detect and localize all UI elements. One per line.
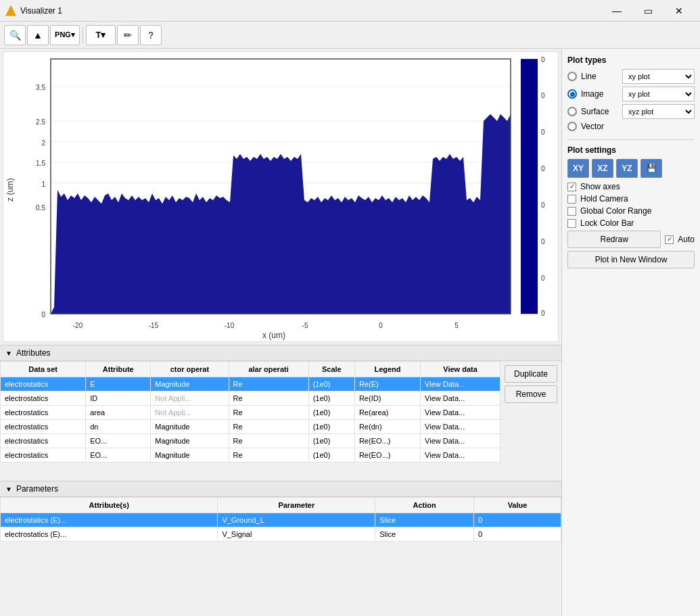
divider1: [567, 139, 695, 140]
lock-color-bar-checkbox[interactable]: [567, 219, 576, 228]
col-alar: alar operati: [229, 362, 308, 377]
col-scale: Scale: [308, 362, 354, 377]
table-row[interactable]: electrostaticsEO...MagnitudeRe(1e0)Re(EO…: [1, 448, 500, 463]
image-label: Image: [581, 89, 618, 99]
svg-text:0: 0: [41, 311, 45, 318]
svg-text:3.5: 3.5: [36, 84, 45, 91]
attributes-content: Data set Attribute ctor operat alar oper…: [0, 361, 561, 481]
table-row[interactable]: electrostaticsdnMagnitudeRe(1e0)Re(dn)Vi…: [1, 420, 500, 434]
attributes-arrow: ▼: [5, 350, 12, 357]
app-icon: [5, 5, 16, 16]
lock-color-bar-row: Lock Color Bar: [567, 218, 695, 228]
svg-text:0: 0: [541, 165, 545, 172]
table-row[interactable]: electrostatics (E)...V_SignalSlice0: [1, 527, 561, 542]
table-row[interactable]: electrostaticsEO...MagnitudeRe(1e0)Re(EO…: [1, 434, 500, 448]
surface-select[interactable]: xyz plot: [622, 104, 695, 119]
svg-text:z (um): z (um): [5, 178, 15, 202]
toolbar-separator: [83, 27, 83, 43]
param-col-value: Value: [474, 498, 561, 513]
xy-axis-button[interactable]: XY: [567, 159, 589, 178]
svg-text:0: 0: [541, 238, 545, 245]
attributes-header[interactable]: ▼ Attributes: [0, 345, 561, 361]
close-button[interactable]: ✕: [663, 0, 695, 22]
col-ctor: ctor operat: [151, 362, 229, 377]
titlebar: Visualizer 1 — ▭ ✕: [0, 0, 700, 22]
parameters-title: Parameters: [16, 484, 58, 494]
svg-text:0: 0: [541, 202, 545, 209]
line-label: Line: [581, 72, 618, 81]
attributes-table-scroll[interactable]: Data set Attribute ctor operat alar oper…: [0, 361, 500, 481]
remove-button[interactable]: Remove: [505, 385, 557, 403]
show-axes-row: Show axes: [567, 182, 695, 191]
lock-color-bar-label: Lock Color Bar: [580, 218, 634, 228]
attributes-title: Attributes: [16, 348, 51, 358]
maximize-button[interactable]: ▭: [632, 0, 663, 22]
hold-camera-row: Hold Camera: [567, 194, 695, 204]
auto-label: Auto: [678, 235, 695, 244]
params-table-scroll[interactable]: Attribute(s) Parameter Action Value elec…: [0, 497, 561, 616]
svg-text:1.5: 1.5: [36, 160, 45, 167]
text-button[interactable]: T▾: [86, 25, 116, 45]
table-row[interactable]: electrostaticsEMagnitudeRe(1e0)Re(E)View…: [1, 377, 500, 392]
svg-text:x (um): x (um): [262, 331, 285, 340]
svg-text:0.5: 0.5: [36, 204, 45, 212]
auto-checkbox[interactable]: [665, 235, 674, 244]
attributes-table: Data set Attribute ctor operat alar oper…: [0, 361, 500, 463]
global-color-range-row: Global Color Range: [567, 206, 695, 216]
plot-settings-section: Plot settings XY XZ YZ 💾 Show axes Hold …: [567, 145, 695, 268]
parameters-arrow: ▼: [5, 485, 12, 493]
global-color-range-checkbox[interactable]: [567, 207, 576, 216]
svg-text:0: 0: [541, 92, 545, 99]
main-layout: z (um) 3.5 2.5 2 1.5 1 0.5 0 -20 -15: [0, 49, 700, 616]
table-row[interactable]: electrostaticsareaNot Appli...Re(1e0)Re(…: [1, 406, 500, 420]
image-select[interactable]: xy plot: [622, 87, 695, 101]
attributes-table-container: Data set Attribute ctor operat alar oper…: [0, 361, 561, 481]
table-row[interactable]: electrostatics (E)...V_Ground_LSlice0: [1, 513, 561, 527]
window-controls: — ▭ ✕: [601, 0, 695, 22]
attributes-section: ▼ Attributes Data set Attribute ctor ope…: [0, 345, 561, 481]
show-axes-label: Show axes: [580, 182, 620, 191]
pencil-button[interactable]: ✏: [117, 25, 139, 45]
svg-text:1: 1: [41, 181, 45, 188]
plot-svg: z (um) 3.5 2.5 2 1.5 1 0.5 0 -20 -15: [3, 52, 558, 341]
redraw-button[interactable]: Redraw: [567, 231, 661, 248]
vector-label: Vector: [581, 122, 618, 131]
duplicate-button[interactable]: Duplicate: [505, 365, 557, 383]
global-color-range-label: Global Color Range: [580, 206, 651, 216]
line-radio[interactable]: [567, 72, 577, 81]
surface-radio[interactable]: [567, 107, 577, 116]
plot-in-new-window-button[interactable]: Plot in New Window: [567, 251, 695, 268]
help-button[interactable]: ?: [140, 25, 162, 45]
svg-text:-10: -10: [225, 322, 235, 329]
svg-text:-5: -5: [302, 322, 308, 329]
parameters-header[interactable]: ▼ Parameters: [0, 481, 561, 497]
redraw-row: Redraw Auto: [567, 231, 695, 248]
param-col-param: Parameter: [218, 498, 375, 513]
png-button[interactable]: PNG▾: [50, 25, 80, 45]
svg-text:0: 0: [541, 310, 545, 317]
attributes-side-buttons: Duplicate Remove: [500, 361, 561, 481]
line-select[interactable]: xy plot: [622, 69, 695, 84]
svg-text:5: 5: [454, 322, 459, 329]
plot-types-section: Plot types Line xy plot Image xy plot: [567, 55, 695, 134]
svg-text:-20: -20: [73, 322, 83, 329]
plot-area: z (um) 3.5 2.5 2 1.5 1 0.5 0 -20 -15: [3, 51, 559, 342]
yz-axis-button[interactable]: YZ: [616, 159, 638, 178]
mountain-button[interactable]: ▲: [27, 25, 49, 45]
image-radio[interactable]: [567, 89, 577, 99]
vector-radio[interactable]: [567, 122, 577, 131]
zoom-button[interactable]: 🔍: [4, 25, 26, 45]
plot-types-title: Plot types: [567, 55, 695, 65]
minimize-button[interactable]: —: [601, 0, 632, 22]
plot-type-vector-row: Vector: [567, 122, 695, 131]
save-view-button[interactable]: 💾: [640, 159, 662, 178]
svg-text:-15: -15: [149, 322, 159, 329]
table-row[interactable]: electrostaticsIDNot Appli...Re(1e0)Re(ID…: [1, 392, 500, 406]
svg-text:0: 0: [541, 56, 545, 64]
axis-buttons-group: XY XZ YZ 💾: [567, 159, 695, 178]
svg-text:2: 2: [41, 139, 45, 146]
xz-axis-button[interactable]: XZ: [592, 159, 613, 178]
hold-camera-checkbox[interactable]: [567, 195, 576, 204]
window-title: Visualizer 1: [20, 6, 601, 16]
show-axes-checkbox[interactable]: [567, 183, 576, 191]
